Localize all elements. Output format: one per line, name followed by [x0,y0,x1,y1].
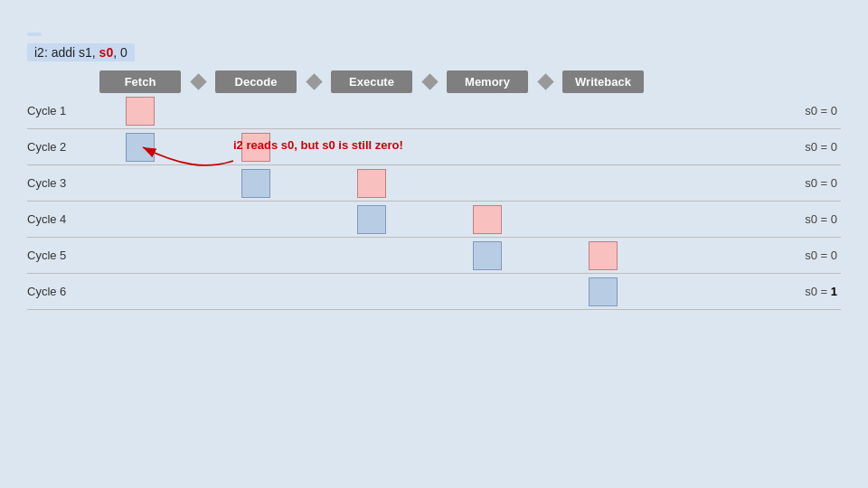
gap-1 [181,76,215,88]
cycle-label-3: Cycle 3 [27,176,99,190]
cycle-status-1: s0 = 0 [750,104,841,117]
stage-header-row: Fetch Decode Execute Memory Writeback [99,70,841,93]
stage-slot-5-3 [447,241,528,270]
stage-decode-label: Decode [215,70,297,93]
cycle-status-5: s0 = 0 [750,249,841,262]
stage-execute: Execute [331,70,412,93]
stage-execute-label: Execute [331,70,412,93]
stage-decode: Decode [215,70,297,93]
cycle-stages-6 [99,277,750,306]
stage-slot-4-3 [447,205,528,234]
stage-slot-6-4 [562,277,644,306]
stage-writeback-label: Writeback [562,70,644,93]
stage-slot-1-0 [99,97,181,126]
status-bold-6: 1 [831,285,837,298]
stage-slot-4-2 [331,205,412,234]
stage-writeback: Writeback [562,70,644,93]
cycle-row-6: Cycle 6s0 = 1 [27,274,841,310]
cycle-label-4: Cycle 4 [27,212,99,226]
cycle-status-4: s0 = 0 [750,212,841,226]
pipeline-area: Fetch Decode Execute Memory Writeback Cy… [27,70,841,310]
instruction-i1 [27,33,42,36]
stage-fetch-label: Fetch [99,70,181,93]
diamond-3 [421,73,438,89]
i1-box-cycle3 [357,169,386,198]
cycle-label-6: Cycle 6 [27,285,99,298]
cycle-stages-1 [99,97,750,126]
instruction-i2: i2: addi s1, s0, 0 [27,43,135,61]
i1-box-cycle4 [473,205,502,234]
diamond-4 [537,73,553,89]
cycle-row-2: Cycle 2s0 = 0 [27,129,841,165]
annotation-text: i2 reads s0, but s0 is still zero! [233,138,403,152]
cycle-status-2: s0 = 0 [750,140,841,154]
cycle-stages-3 [99,169,750,198]
cycle-row-3: Cycle 3s0 = 0 [27,165,841,202]
diamond-2 [306,73,322,89]
cycle-row-1: Cycle 1s0 = 0 [27,93,841,129]
diamond-1 [190,73,206,89]
i2-box-cycle3 [241,169,270,198]
i2-highlight: s0 [99,45,114,60]
instructions: i2: addi s1, s0, 0 [27,25,841,63]
i2-box-cycle4 [357,205,386,234]
stage-slot-5-4 [562,241,644,270]
cycle-row-4: Cycle 4s0 = 0 [27,202,841,238]
i2-box-cycle6 [589,277,618,306]
stage-slot-3-1 [215,169,297,198]
cycle-row-5: Cycle 5s0 = 0 [27,238,841,274]
stage-memory: Memory [447,70,528,93]
gap-4 [528,76,562,88]
page: i2: addi s1, s0, 0 Fetch Decode Execute … [0,0,868,488]
stage-slot-3-2 [331,169,412,198]
i2-suffix: , 0 [113,45,127,60]
cycle-label-5: Cycle 5 [27,249,99,262]
cycle-stages-2 [99,133,750,162]
i2-box-cycle5 [473,241,502,270]
stage-memory-label: Memory [447,70,528,93]
cycle-status-6: s0 = 1 [750,285,841,298]
gap-3 [412,76,447,88]
cycle-rows: Cycle 1s0 = 0Cycle 2s0 = 0Cycle 3s0 = 0C… [27,93,841,310]
cycle-stages-5 [99,241,750,270]
i1-box-cycle1 [126,97,155,126]
i1-box-cycle5 [589,241,618,270]
i2-box-cycle2 [126,133,155,162]
cycle-label-2: Cycle 2 [27,140,99,154]
gap-2 [297,76,331,88]
cycle-label-1: Cycle 1 [27,104,99,117]
stage-fetch: Fetch [99,70,181,93]
stage-slot-2-0 [99,133,181,162]
i2-prefix: i2: addi s1, [34,45,99,60]
cycle-status-3: s0 = 0 [750,176,841,190]
cycle-stages-4 [99,205,750,234]
